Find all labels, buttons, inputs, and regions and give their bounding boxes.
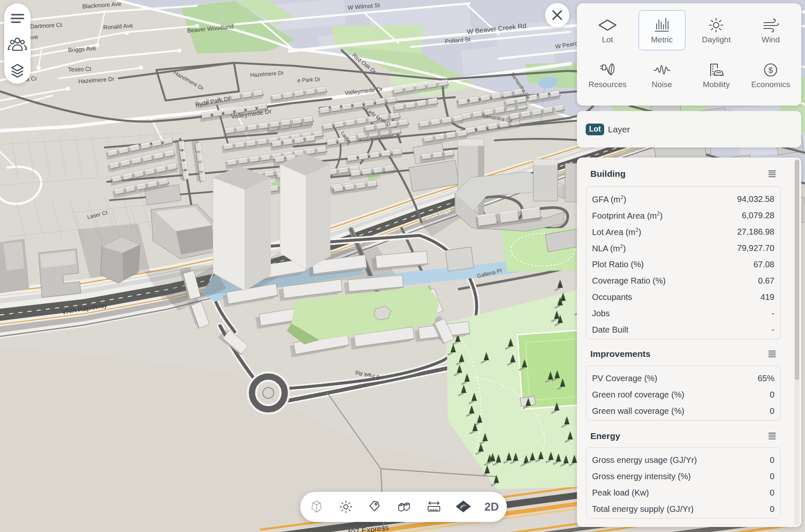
svg-text:Teseo Ct: Teseo Ct	[68, 65, 91, 73]
svg-text:e Park Dr: e Park Dr	[297, 76, 321, 84]
svg-text:$: $	[769, 66, 773, 75]
